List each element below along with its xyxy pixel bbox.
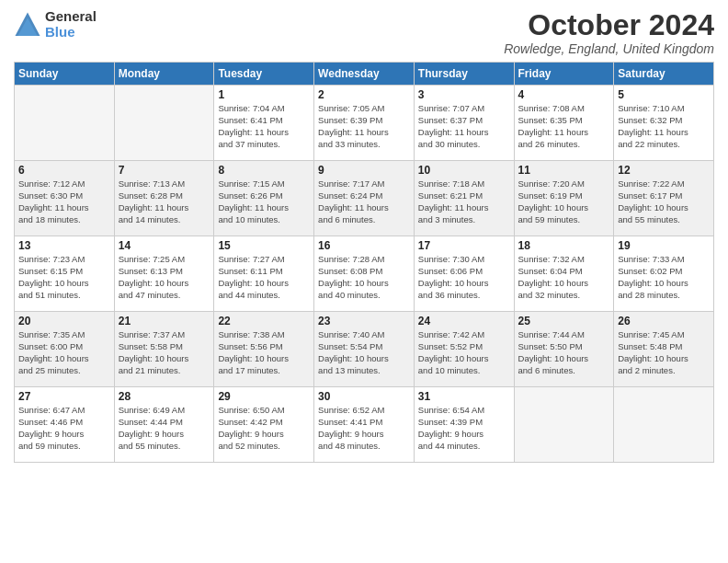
day-info: Sunrise: 7:40 AM Sunset: 5:54 PM Dayligh… <box>318 329 410 376</box>
month-title: October 2024 <box>504 9 714 41</box>
day-info: Sunrise: 7:18 AM Sunset: 6:21 PM Dayligh… <box>418 178 510 225</box>
calendar-cell: 28Sunrise: 6:49 AM Sunset: 4:44 PM Dayli… <box>114 387 214 463</box>
day-info: Sunrise: 6:54 AM Sunset: 4:39 PM Dayligh… <box>418 405 510 452</box>
title-block: October 2024 Rowledge, England, United K… <box>504 9 714 56</box>
location: Rowledge, England, United Kingdom <box>504 41 714 56</box>
day-number: 12 <box>618 164 710 177</box>
calendar-cell: 30Sunrise: 6:52 AM Sunset: 4:41 PM Dayli… <box>314 387 415 463</box>
day-info: Sunrise: 7:12 AM Sunset: 6:30 PM Dayligh… <box>18 178 110 225</box>
page: General Blue October 2024 Rowledge, Engl… <box>0 0 728 563</box>
day-info: Sunrise: 7:17 AM Sunset: 6:24 PM Dayligh… <box>318 178 410 225</box>
day-info: Sunrise: 7:10 AM Sunset: 6:32 PM Dayligh… <box>618 103 710 150</box>
day-number: 19 <box>618 239 710 252</box>
logo-blue-text: Blue <box>45 25 97 40</box>
day-number: 16 <box>318 239 410 252</box>
calendar-cell: 22Sunrise: 7:38 AM Sunset: 5:56 PM Dayli… <box>214 312 314 387</box>
calendar-cell: 19Sunrise: 7:33 AM Sunset: 6:02 PM Dayli… <box>614 236 714 312</box>
calendar-cell: 5Sunrise: 7:10 AM Sunset: 6:32 PM Daylig… <box>614 86 714 161</box>
day-number: 20 <box>18 315 110 327</box>
day-number: 11 <box>518 164 610 177</box>
day-info: Sunrise: 7:45 AM Sunset: 5:48 PM Dayligh… <box>618 329 710 376</box>
day-info: Sunrise: 7:07 AM Sunset: 6:37 PM Dayligh… <box>418 103 510 150</box>
calendar-cell <box>514 387 614 463</box>
calendar-cell: 20Sunrise: 7:35 AM Sunset: 6:00 PM Dayli… <box>15 312 115 387</box>
day-info: Sunrise: 7:22 AM Sunset: 6:17 PM Dayligh… <box>618 178 710 225</box>
calendar-header-wednesday: Wednesday <box>314 63 415 86</box>
day-info: Sunrise: 7:04 AM Sunset: 6:41 PM Dayligh… <box>218 103 310 150</box>
calendar-header-row: SundayMondayTuesdayWednesdayThursdayFrid… <box>15 63 714 86</box>
calendar-cell: 26Sunrise: 7:45 AM Sunset: 5:48 PM Dayli… <box>614 312 714 387</box>
calendar-cell: 24Sunrise: 7:42 AM Sunset: 5:52 PM Dayli… <box>414 312 514 387</box>
day-info: Sunrise: 7:35 AM Sunset: 6:00 PM Dayligh… <box>18 329 110 376</box>
day-number: 18 <box>518 239 610 252</box>
day-number: 7 <box>119 164 210 177</box>
day-number: 23 <box>318 315 410 327</box>
calendar-header-saturday: Saturday <box>614 63 714 86</box>
calendar-cell: 8Sunrise: 7:15 AM Sunset: 6:26 PM Daylig… <box>214 161 314 236</box>
day-number: 15 <box>218 239 310 252</box>
calendar-cell: 15Sunrise: 7:27 AM Sunset: 6:11 PM Dayli… <box>214 236 314 312</box>
day-info: Sunrise: 7:32 AM Sunset: 6:04 PM Dayligh… <box>518 254 610 301</box>
calendar-header-sunday: Sunday <box>15 63 115 86</box>
header: General Blue October 2024 Rowledge, Engl… <box>14 9 714 56</box>
calendar-cell: 21Sunrise: 7:37 AM Sunset: 5:58 PM Dayli… <box>114 312 214 387</box>
day-info: Sunrise: 7:13 AM Sunset: 6:28 PM Dayligh… <box>119 178 210 225</box>
calendar-week-row: 13Sunrise: 7:23 AM Sunset: 6:15 PM Dayli… <box>15 236 714 312</box>
day-number: 3 <box>418 88 510 101</box>
day-number: 21 <box>119 315 210 327</box>
day-info: Sunrise: 7:20 AM Sunset: 6:19 PM Dayligh… <box>518 178 610 225</box>
day-number: 10 <box>418 164 510 177</box>
day-number: 31 <box>418 390 510 403</box>
day-number: 26 <box>618 315 710 327</box>
calendar-cell: 14Sunrise: 7:25 AM Sunset: 6:13 PM Dayli… <box>114 236 214 312</box>
calendar-cell: 25Sunrise: 7:44 AM Sunset: 5:50 PM Dayli… <box>514 312 614 387</box>
calendar-cell: 1Sunrise: 7:04 AM Sunset: 6:41 PM Daylig… <box>214 86 314 161</box>
calendar-week-row: 27Sunrise: 6:47 AM Sunset: 4:46 PM Dayli… <box>15 387 714 463</box>
logo-icon <box>14 11 41 39</box>
logo-general-text: General <box>45 9 97 25</box>
day-info: Sunrise: 7:30 AM Sunset: 6:06 PM Dayligh… <box>418 254 510 301</box>
calendar-cell <box>15 86 115 161</box>
calendar-cell: 10Sunrise: 7:18 AM Sunset: 6:21 PM Dayli… <box>414 161 514 236</box>
calendar-cell: 11Sunrise: 7:20 AM Sunset: 6:19 PM Dayli… <box>514 161 614 236</box>
day-number: 5 <box>618 88 710 101</box>
calendar-cell <box>614 387 714 463</box>
logo-text: General Blue <box>45 9 97 40</box>
calendar-week-row: 6Sunrise: 7:12 AM Sunset: 6:30 PM Daylig… <box>15 161 714 236</box>
day-number: 28 <box>119 390 210 403</box>
day-number: 4 <box>518 88 610 101</box>
calendar-cell: 3Sunrise: 7:07 AM Sunset: 6:37 PM Daylig… <box>414 86 514 161</box>
day-number: 27 <box>18 390 110 403</box>
day-info: Sunrise: 7:15 AM Sunset: 6:26 PM Dayligh… <box>218 178 310 225</box>
calendar-header-monday: Monday <box>114 63 214 86</box>
day-info: Sunrise: 6:50 AM Sunset: 4:42 PM Dayligh… <box>218 405 310 452</box>
calendar-header-tuesday: Tuesday <box>214 63 314 86</box>
day-number: 8 <box>218 164 310 177</box>
day-info: Sunrise: 7:44 AM Sunset: 5:50 PM Dayligh… <box>518 329 610 376</box>
calendar-header-friday: Friday <box>514 63 614 86</box>
calendar-week-row: 1Sunrise: 7:04 AM Sunset: 6:41 PM Daylig… <box>15 86 714 161</box>
day-info: Sunrise: 7:28 AM Sunset: 6:08 PM Dayligh… <box>318 254 410 301</box>
calendar-cell: 27Sunrise: 6:47 AM Sunset: 4:46 PM Dayli… <box>15 387 115 463</box>
day-number: 13 <box>18 239 110 252</box>
day-info: Sunrise: 7:37 AM Sunset: 5:58 PM Dayligh… <box>119 329 210 376</box>
calendar-cell: 18Sunrise: 7:32 AM Sunset: 6:04 PM Dayli… <box>514 236 614 312</box>
day-info: Sunrise: 7:05 AM Sunset: 6:39 PM Dayligh… <box>318 103 410 150</box>
logo: General Blue <box>14 9 97 40</box>
calendar-cell: 9Sunrise: 7:17 AM Sunset: 6:24 PM Daylig… <box>314 161 415 236</box>
calendar-cell: 23Sunrise: 7:40 AM Sunset: 5:54 PM Dayli… <box>314 312 415 387</box>
calendar-cell: 2Sunrise: 7:05 AM Sunset: 6:39 PM Daylig… <box>314 86 415 161</box>
day-number: 14 <box>119 239 210 252</box>
day-info: Sunrise: 7:25 AM Sunset: 6:13 PM Dayligh… <box>119 254 210 301</box>
day-number: 6 <box>18 164 110 177</box>
day-info: Sunrise: 7:38 AM Sunset: 5:56 PM Dayligh… <box>218 329 310 376</box>
calendar-cell: 4Sunrise: 7:08 AM Sunset: 6:35 PM Daylig… <box>514 86 614 161</box>
day-number: 9 <box>318 164 410 177</box>
day-info: Sunrise: 6:49 AM Sunset: 4:44 PM Dayligh… <box>119 405 210 452</box>
day-info: Sunrise: 7:27 AM Sunset: 6:11 PM Dayligh… <box>218 254 310 301</box>
calendar-cell: 7Sunrise: 7:13 AM Sunset: 6:28 PM Daylig… <box>114 161 214 236</box>
calendar-cell: 17Sunrise: 7:30 AM Sunset: 6:06 PM Dayli… <box>414 236 514 312</box>
calendar-cell: 6Sunrise: 7:12 AM Sunset: 6:30 PM Daylig… <box>15 161 115 236</box>
day-number: 29 <box>218 390 310 403</box>
calendar-cell: 13Sunrise: 7:23 AM Sunset: 6:15 PM Dayli… <box>15 236 115 312</box>
